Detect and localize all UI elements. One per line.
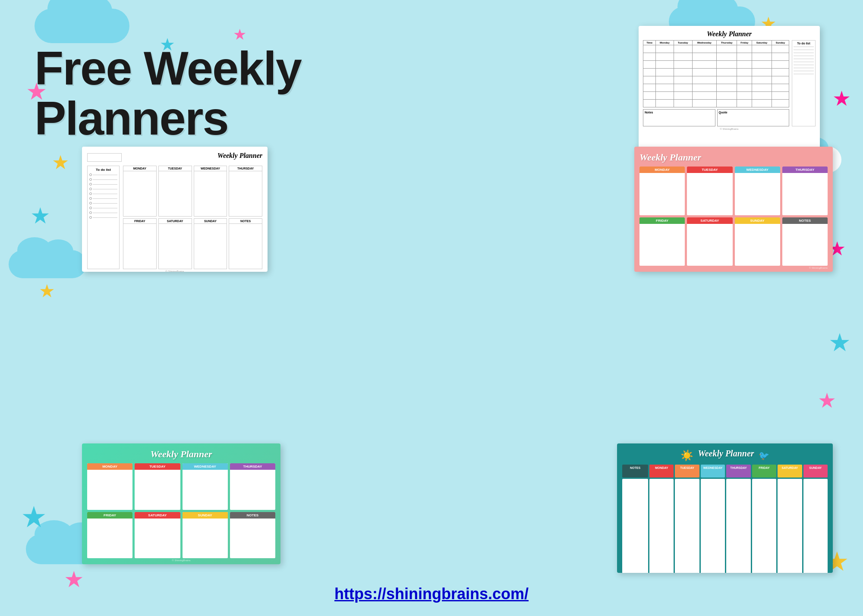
todo-item [89,216,117,219]
pink-day-thursday: THURSDAY [782,167,828,215]
pink-day-friday: FRIDAY [639,217,685,266]
planner-mid-left-title: Weekly Planner [217,152,262,160]
day-monday-label: MONDAY [123,166,156,171]
planner-top-quote-area: Quote [717,109,790,126]
ocean-body-saturday [778,479,802,573]
pink-day-notes: NOTES [782,217,828,266]
todo-item [89,183,117,185]
ocean-body-monday [649,479,674,573]
ocean-body [622,479,828,573]
teal-day-friday: FRIDAY [87,512,132,559]
star-13: ★ [64,566,84,592]
todo-item [89,188,117,190]
day-notes-label: NOTES [229,219,262,224]
planner-top-notes-area: Notes [643,109,715,126]
days-grid: MONDAY TUESDAY WEDNESDAY THURSDAY FRIDAY… [123,166,262,269]
todo-item [89,178,117,181]
ocean-header-tuesday: TUESDAY [675,465,699,478]
planner-top-table: Time Monday Tuesday Wednesday Thursday F… [643,40,789,107]
teal-wednesday-label: WEDNESDAY [183,463,228,470]
planner-mid-left: Weekly Planner To do list MONDAY TUESDAY… [82,147,268,272]
pink-day-tuesday: TUESDAY [687,167,732,215]
planner-bot-left-title: Weekly Planner [87,449,275,460]
title-line2: Planners [35,93,301,143]
pink-monday-label: MONDAY [639,167,685,173]
pink-day-saturday: SATURDAY [687,217,732,266]
planner-mid-right-title: Weekly Planner [639,152,828,163]
ocean-header-saturday: SATURDAY [778,465,802,478]
notes-label: Notes [645,111,653,114]
table-row [643,61,789,69]
teal-day-saturday: SATURDAY [135,512,180,559]
star-7: ★ [30,203,50,229]
day-notes: NOTES [229,218,262,269]
teal-sunday-label: SUNDAY [183,512,228,519]
planner-top-brand: © ShiningBrains [643,128,816,130]
ocean-header-monday: MONDAY [649,465,674,478]
day-friday: FRIDAY [123,218,157,269]
ocean-header-thursday: THURSDAY [726,465,750,478]
col-time: Time [643,41,656,45]
teal-day-wednesday: WEDNESDAY [183,463,228,510]
day-thursday: THURSDAY [229,166,262,217]
todo-item [89,197,117,200]
pink-day-wednesday: WEDNESDAY [735,167,780,215]
website-url[interactable]: https://shiningbrains.com/ [334,585,529,603]
teal-day-tuesday: TUESDAY [135,463,180,510]
teal-notes-label: NOTES [230,512,275,519]
star-2: ★ [52,151,69,174]
day-sunday-label: SUNDAY [194,219,227,224]
day-saturday-label: SATURDAY [159,219,192,224]
teal-saturday-label: SATURDAY [135,512,180,519]
table-row [643,45,789,53]
planner-bot-right: ☀️ Weekly Planner 🐦 NOTES MONDAY TUESDAY… [617,443,833,573]
todo-sidebar-title: To do list [89,168,117,172]
day-thursday-label: THURSDAY [229,166,262,171]
teal-tuesday-label: TUESDAY [135,463,180,470]
bird-icon: 🐦 [759,450,769,461]
ocean-header-wednesday: WEDNESDAY [701,465,725,478]
col-sunday: Sunday [772,41,789,45]
main-title: Free Weekly Planners [35,43,301,143]
title-line1: Free Weekly [35,43,301,93]
star-4: ★ [233,26,246,43]
day-sunday: SUNDAY [194,218,227,269]
star-6: ★ [832,86,851,110]
pink-sunday-label: SUNDAY [735,217,780,224]
todo-item [89,192,117,195]
todo-list-area: To do list [792,40,816,126]
todo-item [89,173,117,176]
col-friday: Friday [737,41,752,45]
ocean-header-notes: NOTES [622,465,648,478]
day-tuesday: TUESDAY [158,166,192,217]
table-row [643,92,789,100]
teal-days-grid: MONDAY TUESDAY WEDNESDAY THURSDAY FRIDAY… [87,463,275,558]
ocean-body-thursday [726,479,750,573]
star-10: ★ [818,388,836,412]
teal-day-thursday: THURSDAY [230,463,275,510]
star-12: ★ [21,500,47,534]
planner-mid-right-brand: © ShiningBrains [639,267,828,269]
table-row [643,53,789,61]
planner-bot-right-title: Weekly Planner [698,449,754,459]
todo-item [89,211,117,214]
todo-item [89,207,117,209]
pink-day-monday: MONDAY [639,167,685,215]
pink-saturday-label: SATURDAY [687,217,732,224]
pink-tuesday-label: TUESDAY [687,167,732,173]
planner-bot-left: Weekly Planner MONDAY TUESDAY WEDNESDAY … [82,443,280,564]
ocean-body-sunday [803,479,828,573]
pink-wednesday-label: WEDNESDAY [735,167,780,173]
planner-mid-right: Weekly Planner MONDAY TUESDAY WEDNESDAY … [634,147,833,272]
pink-day-sunday: SUNDAY [735,217,780,266]
day-friday-label: FRIDAY [123,219,156,224]
ocean-body-wednesday [701,479,725,573]
ocean-header-sunday: SUNDAY [803,465,828,478]
pink-friday-label: FRIDAY [639,217,685,224]
day-monday: MONDAY [123,166,157,217]
planner-top-title: Weekly Planner [643,30,816,38]
cloud-mid-left [9,250,86,278]
planner-mid-left-brand: © ShiningBrains [87,270,262,272]
ocean-header-friday: FRIDAY [752,465,776,478]
star-9: ★ [828,328,851,357]
